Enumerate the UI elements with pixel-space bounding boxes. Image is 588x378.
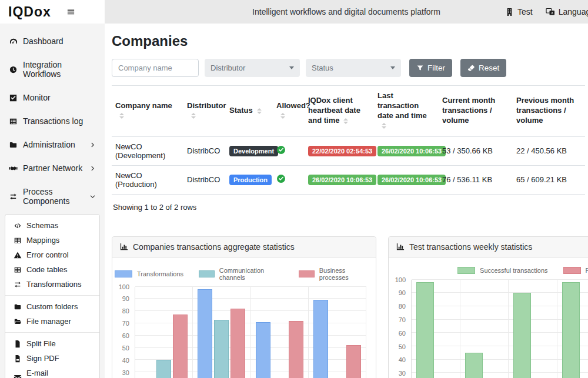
legend-item: Successful transactions [457, 267, 548, 274]
submenu-item-sign-pdf[interactable]: Sign PDF [5, 351, 99, 366]
y-axis: 0102030405060708090100 [115, 287, 135, 378]
heartbeat-badge: 22/02/2020 02:54:53 [308, 146, 376, 156]
submenu-item-error-control[interactable]: Error control [5, 247, 99, 262]
table-summary: Showing 1 to 2 of 2 rows [113, 203, 588, 212]
submenu-item-transformations[interactable]: Transformations [5, 277, 99, 292]
bar [156, 360, 171, 378]
y-axis-tick-label: 50 [399, 343, 406, 350]
legend-swatch [199, 270, 215, 277]
distributor-select-value: Distributor [211, 63, 245, 72]
cell-current-month: 53 / 350.66 KB [439, 136, 513, 165]
table-icon [14, 236, 22, 245]
column-header-heartbeat[interactable]: IQDox client heartbeat date and time [305, 86, 374, 137]
bar-group [412, 280, 460, 378]
submenu-item-schemas[interactable]: Schemas [5, 218, 99, 233]
sidebar-item-label: Process Components [23, 187, 84, 206]
table-icon [14, 266, 22, 274]
company-name-input[interactable] [112, 59, 199, 77]
bar [513, 293, 531, 378]
legend-label: Communication channels [219, 267, 283, 281]
status-select[interactable]: Status [306, 59, 401, 77]
bar-groups [135, 287, 366, 378]
sidebar-item-monitor[interactable]: Monitor [0, 86, 105, 109]
y-axis: 0102030405060708090100 [391, 280, 411, 378]
sidebar-item-transactions-log[interactable]: Transactions log [0, 109, 105, 133]
test-menu-item[interactable]: Test [505, 7, 533, 16]
submenu-item-file-manager[interactable]: File manager [5, 314, 99, 329]
plot-row: 010203040506070809010019/02/202020/02/20… [391, 280, 588, 378]
hamburger-menu-icon[interactable] [66, 8, 75, 16]
language-icon [546, 7, 555, 16]
handshake-icon [9, 164, 18, 173]
chart-legend: Successful transactionsFailed transactio… [391, 267, 588, 274]
legend-item: Failed transactions [563, 267, 588, 274]
process-components-submenu: Schemas Mappings Error control Code tabl… [5, 214, 100, 378]
submenu-divider [5, 295, 99, 296]
column-header-previous-month: Previous month transactions / volume [513, 86, 585, 137]
language-menu-item[interactable]: Language [546, 7, 588, 16]
submenu-item-label: Mappings [26, 236, 59, 245]
sidebar-item-administration[interactable]: Administration [0, 133, 105, 156]
chart-bar-icon [396, 242, 405, 251]
cell-current-month: 76 / 536.11 KB [439, 165, 513, 194]
check-square-icon [9, 93, 18, 102]
sidebar-item-label: Integration Workflows [23, 60, 96, 79]
y-axis-tick-label: 70 [122, 320, 129, 327]
bar [198, 289, 212, 378]
sidebar-item-process-components[interactable]: Process Components [0, 180, 105, 213]
building-icon [505, 8, 514, 16]
submenu-item-label: Split File [26, 339, 56, 348]
y-axis-tick-label: 30 [122, 369, 129, 376]
submenu-item-custom-folders[interactable]: Custom folders [5, 299, 99, 314]
column-header-distributor[interactable]: Distributor [183, 86, 226, 137]
plot-area [135, 287, 366, 378]
legend-label: Successful transactions [480, 267, 548, 274]
logo-area: IQDox [0, 0, 105, 24]
column-header-company-name[interactable]: Company name [112, 86, 183, 137]
chart-title: Test transactions weekly statistics [409, 242, 532, 252]
cell-distributor: DistribCO [183, 165, 226, 194]
bar-group [193, 287, 250, 378]
envelope-icon [14, 373, 22, 378]
column-header-allowed[interactable]: Allowed? [273, 86, 305, 137]
bar [346, 345, 361, 378]
folder-icon [14, 303, 22, 311]
exchange-icon [14, 280, 22, 289]
submenu-item-code-tables[interactable]: Code tables [5, 262, 99, 277]
folder-open-icon [14, 317, 22, 326]
sidebar-item-label: Monitor [23, 93, 96, 102]
bar-groups [412, 280, 588, 378]
sort-icon [119, 113, 124, 119]
submenu-item-split-file[interactable]: Split File [5, 336, 99, 351]
chart-body: Successful transactionsFailed transactio… [389, 257, 588, 378]
y-axis-tick-label: 60 [122, 332, 129, 339]
column-header-current-month: Current month transactions / volume [439, 86, 513, 137]
filter-button[interactable]: Filter [409, 59, 452, 77]
sort-icon [257, 108, 262, 114]
chevron-right-icon [89, 142, 96, 148]
chart-title: Companies transactions aggregate statist… [133, 242, 295, 252]
sidebar-item-integration-workflows[interactable]: Integration Workflows [0, 53, 105, 86]
status-badge: Development [229, 146, 278, 156]
sidebar-item-partner-network[interactable]: Partner Network [0, 156, 105, 180]
reset-button[interactable]: Reset [460, 59, 506, 77]
y-axis-tick-label: 30 [399, 370, 406, 377]
submenu-item-label: Code tables [26, 265, 67, 274]
bar [173, 315, 188, 378]
distributor-select[interactable]: Distributor [205, 59, 300, 77]
submenu-item-email-configuration[interactable]: E-mail Configuration [5, 366, 99, 378]
legend-label: Failed transactions [586, 267, 588, 274]
column-header-last-transaction[interactable]: Last transaction date and time [374, 86, 439, 137]
top-bar-main: Intelligent workflows and digital docume… [105, 0, 588, 24]
sidebar-item-dashboard[interactable]: Dashboard [0, 29, 105, 53]
chevron-down-icon [89, 193, 96, 200]
sort-icon [280, 113, 285, 119]
cell-previous-month: 65 / 609.21 KB [513, 165, 585, 194]
exchange-icon [9, 192, 18, 201]
submenu-item-label: Transformations [26, 280, 81, 289]
submenu-item-mappings[interactable]: Mappings [5, 233, 99, 247]
bar [289, 321, 303, 378]
column-header-status[interactable]: Status [226, 86, 273, 137]
bar-group [460, 280, 509, 378]
plot-row: 0102030405060708090100NewCO(Development)… [115, 287, 370, 378]
